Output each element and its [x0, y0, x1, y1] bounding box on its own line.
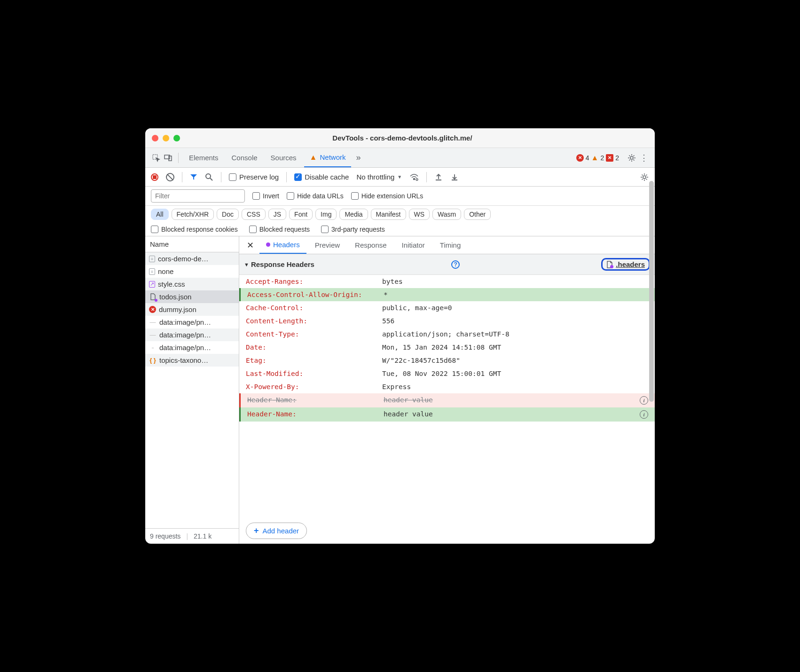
filter-input[interactable] [151, 189, 245, 203]
info-icon[interactable]: i [640, 396, 648, 405]
header-row[interactable]: Content-Length:556 [239, 314, 655, 328]
filter-pill-media[interactable]: Media [339, 209, 368, 220]
third-party-label: 3rd-party requests [331, 226, 385, 233]
tab-timing[interactable]: Timing [433, 236, 467, 254]
header-row[interactable]: X-Powered-By:Express [239, 380, 655, 393]
upload-icon[interactable] [434, 173, 443, 181]
header-row[interactable]: Header-Name:header valuei [239, 407, 655, 422]
filter-pill-css[interactable]: CSS [242, 209, 266, 220]
help-icon[interactable]: ? [451, 260, 460, 269]
add-header-button[interactable]: + Add header [246, 523, 307, 539]
filter-pill-all[interactable]: All [151, 209, 169, 220]
header-name: Last-Modified: [246, 370, 382, 377]
search-icon[interactable] [205, 173, 213, 181]
device-icon[interactable] [163, 153, 173, 163]
header-row[interactable]: Content-Type:application/json; charset=U… [239, 328, 655, 341]
invert-checkbox[interactable]: Invert [252, 192, 279, 200]
filter-pill-fetch-xhr[interactable]: Fetch/XHR [172, 209, 214, 220]
warning-counter[interactable]: ▲ 2 [591, 154, 604, 162]
request-row[interactable]: ≡cors-demo-de… [145, 252, 239, 265]
header-row[interactable]: Last-Modified:Tue, 08 Nov 2022 15:00:01 … [239, 367, 655, 380]
request-row[interactable]: ↗style.css [145, 278, 239, 290]
filter-pill-doc[interactable]: Doc [217, 209, 239, 220]
issue-count: 2 [615, 154, 619, 162]
request-row[interactable]: ≡none [145, 265, 239, 278]
tab-preview[interactable]: Preview [308, 236, 346, 254]
request-row[interactable]: —data:image/pn… [145, 328, 239, 341]
filter-pill-js[interactable]: JS [268, 209, 286, 220]
blocked-req-checkbox[interactable]: Blocked requests [249, 226, 310, 233]
kebab-icon[interactable]: ⋮ [639, 153, 649, 163]
request-row[interactable]: todos.json [145, 290, 239, 303]
inspect-icon[interactable] [151, 153, 161, 163]
request-row[interactable]: { }topics-taxono… [145, 354, 239, 367]
request-name: cors-demo-de… [158, 255, 209, 263]
header-value: * [384, 291, 648, 298]
info-icon[interactable]: i [640, 410, 648, 419]
tab-headers[interactable]: Headers [259, 236, 306, 254]
header-name: Access-Control-Allow-Origin: [247, 291, 384, 298]
header-name: Etag: [246, 357, 382, 364]
hide-data-checkbox[interactable]: Hide data URLs [287, 192, 344, 200]
scrollbar[interactable] [649, 181, 654, 402]
response-headers-section[interactable]: ▼ Response Headers ? .headers [239, 254, 655, 275]
request-name: data:image/pn… [159, 344, 211, 352]
request-row[interactable]: ▫data:image/pn… [145, 341, 239, 354]
request-row[interactable]: ✕dummy.json [145, 303, 239, 316]
filter-pill-other[interactable]: Other [464, 209, 491, 220]
filter-icon[interactable] [190, 173, 197, 181]
header-name: Content-Type: [246, 330, 382, 338]
caret-down-icon: ▼ [397, 174, 402, 180]
headers-table: Accept-Ranges:bytesAccess-Control-Allow-… [239, 275, 655, 518]
stylesheet-icon: ↗ [149, 281, 155, 288]
hide-ext-checkbox[interactable]: Hide extension URLs [351, 192, 424, 200]
tab-elements[interactable]: Elements [183, 148, 224, 167]
close-detail-button[interactable]: ✕ [243, 240, 258, 250]
filter-pill-font[interactable]: Font [289, 209, 313, 220]
checkbox-icon [351, 192, 359, 200]
filter-pill-manifest[interactable]: Manifest [371, 209, 406, 220]
header-row[interactable]: Access-Control-Allow-Origin:* [239, 288, 655, 301]
header-value: application/json; charset=UTF-8 [382, 330, 648, 338]
settings-icon[interactable] [640, 172, 649, 182]
disable-cache-checkbox[interactable]: Disable cache [294, 173, 349, 181]
record-button[interactable] [151, 173, 158, 181]
wifi-icon[interactable] [409, 172, 419, 182]
filter-pill-img[interactable]: Img [315, 209, 337, 220]
tab-initiator[interactable]: Initiator [395, 236, 431, 254]
header-row[interactable]: Etag:W/"22c-18457c15d68" [239, 354, 655, 367]
header-name: Cache-Control: [246, 304, 382, 312]
header-row[interactable]: Cache-Control:public, max-age=0 [239, 301, 655, 314]
issue-counter[interactable]: ✕ 2 [606, 154, 619, 162]
preserve-log-checkbox[interactable]: Preserve log [229, 173, 279, 181]
request-row[interactable]: —data:image/pn… [145, 316, 239, 328]
separator [426, 172, 427, 182]
filter-pill-ws[interactable]: WS [409, 209, 430, 220]
svg-point-3 [630, 156, 633, 159]
header-row[interactable]: Header-Name:header valuei [239, 393, 655, 407]
tab-console[interactable]: Console [226, 148, 263, 167]
header-row[interactable]: Date:Mon, 15 Jan 2024 14:51:08 GMT [239, 341, 655, 354]
blocked-cookies-checkbox[interactable]: Blocked response cookies [151, 226, 238, 233]
tab-headers-label: Headers [273, 241, 300, 249]
download-icon[interactable] [450, 173, 459, 181]
more-tabs-icon[interactable]: » [353, 153, 363, 163]
override-dot-icon [266, 242, 270, 247]
header-name: Content-Length: [246, 317, 382, 325]
network-toolbar: Preserve log Disable cache No throttling… [145, 168, 655, 187]
main-panel: Name ≡cors-demo-de…≡none↗style.csstodos.… [145, 236, 655, 544]
clear-button[interactable] [166, 173, 174, 181]
error-counter[interactable]: ✕ 4 [576, 154, 589, 162]
tab-network[interactable]: ▲ Network [304, 148, 352, 167]
filter-pill-wasm[interactable]: Wasm [432, 209, 461, 220]
headers-file-link[interactable]: .headers [601, 258, 650, 271]
third-party-checkbox[interactable]: 3rd-party requests [321, 226, 385, 233]
separator [221, 172, 221, 182]
tab-response[interactable]: Response [348, 236, 393, 254]
throttling-select[interactable]: No throttling ▼ [356, 173, 402, 181]
name-column-header[interactable]: Name [145, 236, 239, 252]
separator [182, 172, 182, 182]
tab-sources[interactable]: Sources [265, 148, 302, 167]
settings-icon[interactable] [627, 153, 637, 163]
header-row[interactable]: Accept-Ranges:bytes [239, 275, 655, 288]
